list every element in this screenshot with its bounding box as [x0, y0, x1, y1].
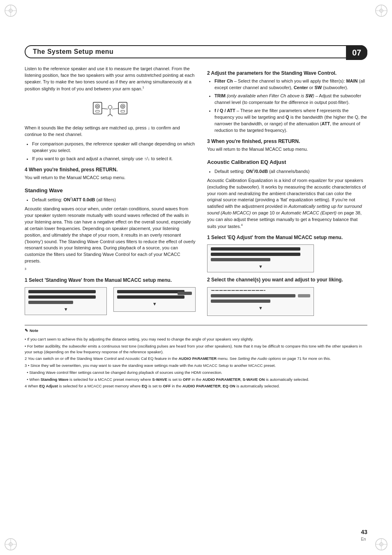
eq2-short-line: [211, 299, 270, 303]
acoustic-body: Acoustic Calibration Equalization is a k…: [207, 177, 367, 230]
eq-step1-menu-box-wrap: ▾: [207, 244, 367, 272]
step2-bullets: Filter Ch – Select the channel to which …: [214, 78, 367, 134]
small-right-line: [178, 292, 192, 295]
step3-heading: 3 When you're finished, press RETURN.: [207, 138, 367, 145]
note4: 4 When EQ Adjust is selected for a MCACC…: [25, 383, 367, 389]
svg-rect-23: [121, 111, 125, 113]
standing-wave-default: Default setting: ON2/ATT 0.0dB (all filt…: [32, 196, 196, 203]
eq-step2-menu-box: ▾: [207, 287, 314, 316]
note1b: • For better audibility, the subwoofer e…: [25, 343, 367, 355]
acoustic-default-list: Default setting: ON2/0.0dB (all channels…: [214, 168, 367, 175]
menu-box-right: ▾: [113, 287, 196, 312]
step2-heading: 2 Adjust the parameters for the Standing…: [207, 70, 367, 77]
step3-text: You will return to the Manual MCACC setu…: [207, 146, 367, 153]
svg-line-29: [110, 114, 113, 116]
header-bar: The System Setup menu 07: [25, 45, 367, 58]
eq2-main-line: [211, 294, 295, 297]
notes-section: ✎Note • If you can't seem to achieve thi…: [25, 325, 367, 389]
menu-line-2r: [117, 295, 184, 299]
svg-rect-19: [96, 111, 99, 113]
trim-bullet: TRIM (only available when Filter Ch abov…: [214, 93, 367, 106]
arrow-down-icon: ▾: [28, 306, 103, 312]
bullet-item-2: If you want to go back and adjust a chan…: [32, 156, 196, 162]
step1-heading: 1 Select 'Standing Wave' from the Manual…: [25, 277, 196, 284]
acoustic-default: Default setting: ON2/0.0dB (all channels…: [214, 168, 367, 175]
eq-step1-menu-box: ▾: [207, 244, 314, 272]
page-number: 43 En: [361, 529, 367, 542]
filter-ch-bullet: Filter Ch – Select the channel to which …: [214, 78, 367, 91]
page-title: The System Setup menu: [33, 48, 113, 55]
eq-step2-menu-box-wrap: ▾: [207, 287, 367, 316]
note3c: • When Standing Wave is selected for a M…: [25, 377, 367, 382]
menu-box-left: ▾: [25, 287, 107, 315]
standing-wave-heading: Standing Wave: [25, 187, 196, 195]
svg-line-26: [112, 108, 118, 109]
eq2-side-line: [298, 294, 310, 297]
menu-line-2: [28, 295, 96, 299]
corner-decoration-bl: [3, 537, 18, 552]
svg-point-24: [108, 106, 112, 109]
step1-menu-boxes: ▾ ▾: [25, 287, 196, 315]
eq-menu-line-3: [211, 258, 270, 261]
standing-wave-default-list: Default setting: ON2/ATT 0.0dB (all filt…: [32, 196, 196, 203]
note1a: • If you can't seem to achieve this by a…: [25, 336, 367, 342]
corner-decoration-tl: [3, 3, 18, 18]
eq-step2-heading: 2 Select the channel(s) you want and adj…: [207, 276, 367, 283]
menu-line-3: [28, 301, 73, 304]
svg-point-22: [122, 106, 124, 108]
fqatt-bullet: f / Q / ATT – These are the filter param…: [214, 108, 367, 134]
note-label: ✎Note: [25, 328, 367, 334]
svg-line-28: [108, 114, 110, 116]
bullet-item-1: For comparison purposes, the reference s…: [32, 141, 196, 154]
eq-menu-line-1: [211, 247, 300, 251]
standing-wave-body: Acoustic standing waves occur when, unde…: [25, 206, 196, 265]
step4-heading: 4 When you're finished, press RETURN.: [25, 166, 196, 173]
bullet-list: For comparison purposes, the reference s…: [32, 141, 196, 162]
note2: 2 You can switch on or off the Standing …: [25, 356, 367, 362]
arrow-down-icon-2: ▾: [117, 301, 192, 307]
svg-point-17: [95, 104, 100, 109]
note3a: 3 • Since they will be overwritten, you …: [25, 363, 367, 368]
corner-decoration-tr: [374, 3, 389, 18]
note3b: • Standing Wave control filter settings …: [25, 370, 367, 375]
svg-line-25: [102, 108, 108, 109]
speaker-illustration: [25, 96, 196, 121]
eq2-line-row: [211, 294, 310, 297]
right-column: 2 Adjust the parameters for the Standing…: [207, 66, 367, 320]
step4-text: You will return to the Manual MCACC setu…: [25, 175, 196, 181]
svg-point-18: [97, 106, 99, 108]
corner-decoration-br: [374, 537, 389, 552]
left-column: Listen to the reference speaker and use …: [25, 66, 196, 320]
menu-line-1: [28, 290, 96, 293]
acoustic-heading: Acoustic Calibration EQ Adjust: [207, 159, 367, 166]
eq2-arrow-down-icon: ▾: [211, 305, 310, 311]
two-column-layout: Listen to the reference speaker and use …: [25, 66, 367, 320]
intro-paragraph: Listen to the reference speaker and use …: [25, 66, 196, 92]
main-content: Listen to the reference speaker and use …: [25, 66, 367, 522]
menu-line-1r: [117, 290, 184, 293]
eq-arrow-down-icon: ▾: [211, 263, 310, 269]
svg-point-21: [121, 104, 125, 109]
chapter-number: 07: [346, 45, 367, 60]
after-speaker-para: When it sounds like the delay settings a…: [25, 125, 196, 138]
eq-menu-line-2: [211, 253, 300, 256]
eq-step1-heading: 1 Select 'EQ Adjust' from the Manual MCA…: [207, 234, 367, 241]
eq2-dash-line: [211, 290, 265, 291]
